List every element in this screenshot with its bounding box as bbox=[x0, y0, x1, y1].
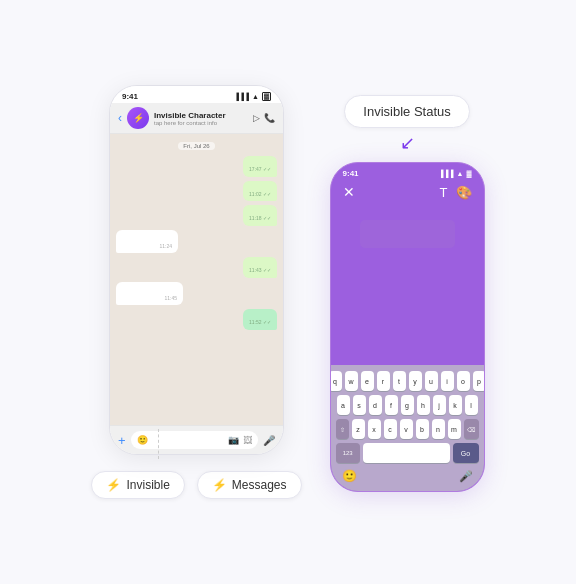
key-e[interactable]: e bbox=[361, 371, 374, 391]
key-q[interactable]: q bbox=[330, 371, 342, 391]
purple-status-bar: 9:41 ▐▐▐ ▲ ▓ bbox=[331, 163, 484, 180]
message-bubble: 11:02 ✓✓ bbox=[243, 181, 277, 202]
message-bubble: 11:24 bbox=[116, 230, 178, 254]
signal-icon: ▐▐▐ bbox=[234, 93, 249, 100]
emoji-button[interactable]: 🙂 bbox=[342, 469, 357, 483]
message-bubble: 11:18 ✓✓ bbox=[243, 205, 277, 226]
label-invisible-text: Invisible bbox=[126, 478, 169, 492]
video-icon[interactable]: ▷ bbox=[253, 113, 260, 123]
chat-input-bar: + 🙂 📷 🖼 🎤 bbox=[110, 425, 283, 454]
palette-icon[interactable]: 🎨 bbox=[456, 185, 472, 200]
purple-content bbox=[331, 208, 484, 365]
connector-vertical bbox=[158, 429, 159, 459]
purple-battery: ▓ bbox=[466, 170, 471, 177]
close-button[interactable]: ✕ bbox=[343, 184, 355, 200]
lightning-icon: ⚡ bbox=[106, 478, 121, 492]
key-go[interactable]: Go bbox=[453, 443, 479, 463]
key-p[interactable]: p bbox=[473, 371, 485, 391]
key-i[interactable]: i bbox=[441, 371, 454, 391]
key-b[interactable]: b bbox=[416, 419, 429, 439]
time-label: 9:41 bbox=[122, 92, 138, 101]
add-icon[interactable]: + bbox=[118, 433, 126, 448]
invisible-status-label: Invisible Status bbox=[344, 95, 469, 128]
key-123[interactable]: 123 bbox=[336, 443, 360, 463]
key-j[interactable]: j bbox=[433, 395, 446, 415]
key-x[interactable]: x bbox=[368, 419, 381, 439]
contact-sub: tap here for contact info bbox=[154, 120, 248, 126]
key-z[interactable]: z bbox=[352, 419, 365, 439]
key-k[interactable]: k bbox=[449, 395, 462, 415]
arrow-down-icon: ↙ bbox=[400, 132, 415, 154]
key-space[interactable] bbox=[363, 443, 450, 463]
phone-icon[interactable]: 📞 bbox=[264, 113, 275, 123]
msg-time: 11:52 ✓✓ bbox=[249, 319, 271, 326]
camera-icon[interactable]: 📷 bbox=[228, 435, 239, 445]
key-n[interactable]: n bbox=[432, 419, 445, 439]
msg-time: 11:43 ✓✓ bbox=[249, 267, 271, 274]
message-input[interactable]: 🙂 📷 🖼 bbox=[131, 431, 258, 449]
back-icon[interactable]: ‹ bbox=[118, 111, 122, 125]
mic-button[interactable]: 🎤 bbox=[459, 470, 473, 483]
contact-avatar: ⚡ bbox=[127, 107, 149, 129]
key-f[interactable]: f bbox=[385, 395, 398, 415]
key-r[interactable]: r bbox=[377, 371, 390, 391]
key-v[interactable]: v bbox=[400, 419, 413, 439]
msg-time: 11:02 ✓✓ bbox=[249, 191, 271, 198]
key-s[interactable]: s bbox=[353, 395, 366, 415]
purple-phone: 9:41 ▐▐▐ ▲ ▓ ✕ T 🎨 bbox=[330, 162, 485, 492]
msg-text bbox=[122, 234, 172, 242]
key-u[interactable]: u bbox=[425, 371, 438, 391]
whatsapp-phone: 9:41 ▐▐▐ ▲ ▓ ‹ ⚡ Invisible Character tap… bbox=[109, 85, 284, 455]
purple-status-icons: ▐▐▐ ▲ ▓ bbox=[439, 170, 472, 177]
label-messages-text: Messages bbox=[232, 478, 287, 492]
key-g[interactable]: g bbox=[401, 395, 414, 415]
text-icon[interactable]: T bbox=[440, 185, 448, 200]
lightning-icon-2: ⚡ bbox=[212, 478, 227, 492]
keyboard-bottom-row: 🙂 🎤 bbox=[336, 467, 479, 483]
scene: 9:41 ▐▐▐ ▲ ▓ ‹ ⚡ Invisible Character tap… bbox=[71, 65, 504, 519]
wifi-icon: ▲ bbox=[252, 93, 259, 100]
key-o[interactable]: o bbox=[457, 371, 470, 391]
message-bubble: 17:47 ✓✓ bbox=[243, 156, 277, 177]
status-text-input[interactable] bbox=[360, 220, 455, 248]
mic-icon[interactable]: 🎤 bbox=[263, 435, 275, 446]
msg-text bbox=[249, 209, 271, 214]
msg-text bbox=[249, 160, 271, 165]
message-bubble: 11:52 ✓✓ bbox=[243, 309, 277, 330]
keyboard: q w e r t y u i o p a s d f g bbox=[331, 365, 484, 491]
message-bubble: 11:43 ✓✓ bbox=[243, 257, 277, 278]
label-messages[interactable]: ⚡ Messages bbox=[197, 471, 302, 499]
key-c[interactable]: c bbox=[384, 419, 397, 439]
key-t[interactable]: t bbox=[393, 371, 406, 391]
emoji-icon[interactable]: 🙂 bbox=[137, 435, 148, 445]
keyboard-row-3: ⇧ z x c v b n m ⌫ bbox=[336, 419, 479, 439]
chat-body: Fri, Jul 26 17:47 ✓✓ 11:02 ✓✓ 11:18 ✓✓ 1 bbox=[110, 134, 283, 425]
chat-info: Invisible Character tap here for contact… bbox=[154, 111, 248, 126]
purple-signal: ▐▐▐ bbox=[439, 170, 454, 177]
key-shift[interactable]: ⇧ bbox=[336, 419, 349, 439]
msg-time: 11:45 bbox=[122, 295, 177, 302]
purple-time: 9:41 bbox=[343, 169, 359, 178]
key-m[interactable]: m bbox=[448, 419, 461, 439]
keyboard-row-2: a s d f g h j k l bbox=[336, 395, 479, 415]
key-l[interactable]: l bbox=[465, 395, 478, 415]
status-icons: ▐▐▐ ▲ ▓ bbox=[234, 92, 271, 101]
key-backspace[interactable]: ⌫ bbox=[464, 419, 479, 439]
contact-name: Invisible Character bbox=[154, 111, 248, 120]
msg-time: 11:18 ✓✓ bbox=[249, 215, 271, 222]
gallery-icon[interactable]: 🖼 bbox=[243, 435, 252, 445]
msg-text bbox=[249, 185, 271, 190]
label-invisible[interactable]: ⚡ Invisible bbox=[91, 471, 184, 499]
left-side: 9:41 ▐▐▐ ▲ ▓ ‹ ⚡ Invisible Character tap… bbox=[91, 85, 301, 499]
key-h[interactable]: h bbox=[417, 395, 430, 415]
keyboard-row-1: q w e r t y u i o p bbox=[336, 371, 479, 391]
msg-text bbox=[249, 261, 271, 266]
purple-header: ✕ T 🎨 bbox=[331, 180, 484, 208]
key-d[interactable]: d bbox=[369, 395, 382, 415]
msg-time: 17:47 ✓✓ bbox=[249, 166, 271, 173]
key-y[interactable]: y bbox=[409, 371, 422, 391]
right-side: Invisible Status ↙ 9:41 ▐▐▐ ▲ ▓ ✕ T 🎨 bbox=[330, 95, 485, 492]
key-a[interactable]: a bbox=[337, 395, 350, 415]
msg-text bbox=[122, 286, 177, 294]
key-w[interactable]: w bbox=[345, 371, 358, 391]
